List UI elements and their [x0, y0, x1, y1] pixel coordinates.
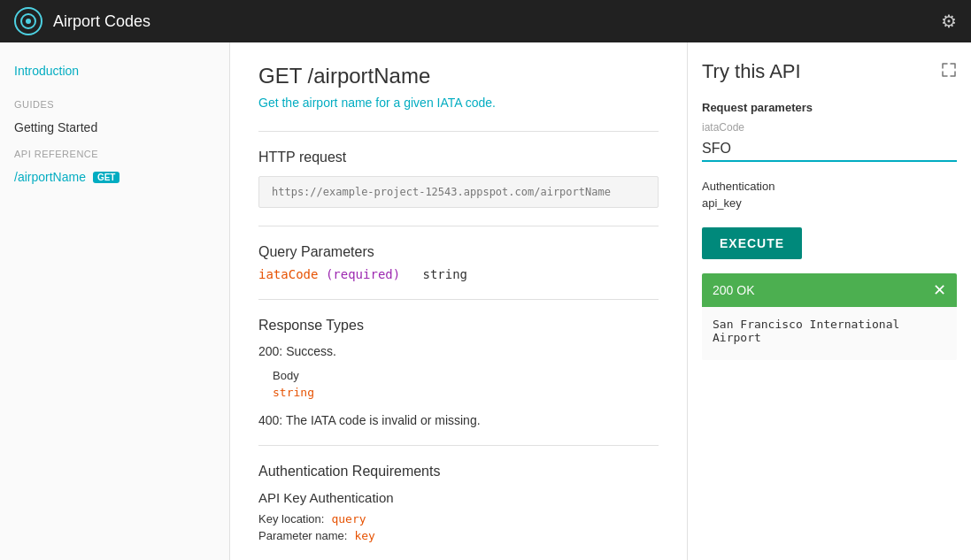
authentication-label: Authentication — [702, 180, 957, 193]
response-200-desc: Success. — [286, 344, 336, 358]
param-type: string — [422, 267, 467, 281]
sidebar-item-airport-name[interactable]: /airportName GET — [0, 163, 229, 191]
iata-code-input[interactable] — [702, 137, 957, 162]
response-400-code: 400: — [258, 413, 282, 427]
key-location-value: query — [331, 512, 366, 525]
body-section: Body string — [273, 369, 659, 399]
app-logo-icon — [14, 7, 42, 35]
response-400-desc: The IATA code is invalid or missing. — [286, 413, 481, 427]
request-params-label: Request parameters — [702, 101, 957, 114]
response-box: 200 OK ✕ San Francisco International Air… — [702, 273, 957, 360]
param-required: (required) — [326, 267, 415, 281]
header-left: Airport Codes — [14, 7, 150, 35]
divider-1 — [258, 131, 659, 132]
try-panel-header: Try this API — [702, 60, 957, 83]
param-name-label: Parameter name: — [258, 529, 347, 542]
body-label: Body — [273, 369, 659, 382]
http-url: https://example-project-12543.appspot.co… — [258, 176, 659, 208]
main-content: GET /airportName Get the airport name fo… — [230, 42, 688, 560]
response-200-code: 200: — [258, 344, 282, 358]
response-body: San Francisco International Airport — [702, 307, 957, 360]
response-200: 200: Success. — [258, 344, 659, 358]
param-name: iataCode — [258, 267, 318, 281]
divider-2 — [258, 226, 659, 226]
sidebar-api-label: /airportName — [14, 170, 86, 184]
param-iata-code: iataCode (required) string — [258, 267, 659, 281]
response-status-bar: 200 OK ✕ — [702, 273, 957, 307]
sidebar-item-getting-started[interactable]: Getting Started — [0, 113, 229, 142]
auth-param-name-row: Parameter name: key — [258, 529, 659, 542]
settings-icon[interactable]: ⚙ — [941, 11, 957, 32]
auth-heading: Authentication Requirements — [258, 464, 659, 479]
response-types-heading: Response Types — [258, 318, 659, 334]
sidebar-section-api-reference: API REFERENCE — [0, 142, 229, 163]
query-params-heading: Query Parameters — [258, 244, 659, 260]
response-400: 400: The IATA code is invalid or missing… — [258, 413, 659, 427]
try-api-panel: Try this API Request parameters iataCode… — [688, 42, 971, 560]
divider-4 — [258, 445, 659, 446]
key-location-label: Key location: — [258, 512, 324, 525]
expand-icon[interactable] — [941, 62, 957, 82]
main-layout: Introduction GUIDES Getting Started API … — [0, 42, 971, 560]
body-type: string — [273, 386, 659, 399]
param-name-value: key — [354, 529, 374, 542]
iata-code-label: iataCode — [702, 121, 957, 134]
sidebar-item-introduction[interactable]: Introduction — [0, 57, 229, 92]
execute-button[interactable]: EXECUTE — [702, 227, 802, 259]
auth-sub-heading: API Key Authentication — [258, 490, 659, 505]
sidebar-section-guides: GUIDES — [0, 92, 229, 113]
try-panel-title: Try this API — [702, 60, 801, 83]
endpoint-title: GET /airportName — [258, 64, 659, 88]
response-close-button[interactable]: ✕ — [933, 280, 946, 300]
app-title: Airport Codes — [53, 12, 150, 31]
divider-3 — [258, 299, 659, 300]
http-request-heading: HTTP request — [258, 150, 659, 165]
response-status: 200 OK — [713, 283, 754, 297]
svg-point-1 — [26, 19, 31, 24]
app-header: Airport Codes ⚙ — [0, 0, 971, 42]
sidebar: Introduction GUIDES Getting Started API … — [0, 42, 230, 560]
get-badge: GET — [93, 172, 120, 183]
endpoint-description: Get the airport name for a given IATA co… — [258, 96, 659, 110]
api-key-value: api_key — [702, 196, 957, 210]
auth-key-location-row: Key location: query — [258, 512, 659, 525]
